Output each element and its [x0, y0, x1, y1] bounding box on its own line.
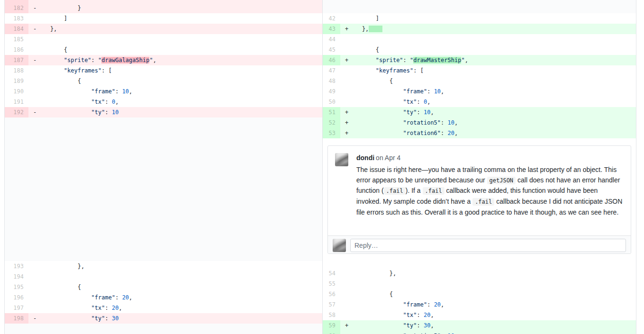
line-number[interactable]: 52 [323, 117, 340, 128]
line-number[interactable]: 197 [5, 303, 28, 313]
code-line: { [28, 45, 322, 55]
code-token: }, [348, 26, 369, 32]
diff-cell-new: 52+ "rotation5": 10, [323, 117, 636, 128]
code-token: , [465, 57, 468, 63]
line-number[interactable]: 194 [5, 271, 28, 282]
line-number[interactable]: 55 [323, 279, 340, 289]
code-line: - "ty": 10 [28, 107, 322, 117]
diff-row: 53+ "rotation6": 20, [323, 128, 636, 138]
diff-cell-old: 186 { [5, 45, 322, 55]
inline-code: .fail [384, 187, 406, 195]
code-line: + "rotation5": 10, [340, 117, 636, 128]
code-token: "sprite" [36, 57, 91, 63]
avatar[interactable] [335, 153, 348, 166]
line-number[interactable]: 44 [323, 34, 340, 45]
code-line: "keyframes": [ [340, 65, 636, 76]
diff-cell-old [5, 117, 322, 128]
diff-row: 189 { [5, 76, 322, 86]
line-number[interactable]: 191 [5, 97, 28, 107]
diff-row: 195 { [5, 282, 322, 292]
line-number[interactable]: 188 [5, 65, 28, 76]
diff-row: 185 [5, 34, 322, 45]
line-number[interactable]: 51 [323, 107, 340, 117]
code-token: : [441, 119, 447, 126]
code-line: - } [28, 3, 322, 13]
avatar[interactable] [333, 239, 346, 252]
addition-marker: + [345, 119, 348, 126]
line-number[interactable]: 182 [5, 3, 28, 13]
code-token: : [115, 294, 122, 301]
line-number[interactable]: 195 [5, 282, 28, 292]
addition-marker: + [345, 332, 348, 334]
code-line: { [340, 45, 636, 55]
addition-marker: + [345, 56, 348, 64]
diff-cell-new: 45 { [323, 45, 636, 55]
line-number[interactable]: 184 [5, 24, 28, 34]
diff-rows-old-top: -182- }183 ]184- },185186 {187- "sprite"… [5, 0, 322, 138]
code-token: 20 [424, 312, 430, 318]
line-number[interactable]: 48 [323, 76, 340, 86]
diff-row: 47 "keyframes": [ [323, 65, 636, 76]
code-line: "frame": 10, [340, 86, 636, 97]
line-number[interactable]: 53 [323, 128, 340, 138]
code-line: "frame": 20, [340, 299, 636, 310]
diff-cell-old: 194 [5, 271, 322, 282]
line-number[interactable]: 43 [323, 24, 340, 34]
code-token: 10 [122, 88, 129, 95]
line-number[interactable]: 54 [323, 268, 340, 279]
comment-author[interactable]: dondi [356, 154, 374, 162]
line-number[interactable]: 57 [323, 299, 340, 310]
line-number[interactable]: 47 [323, 65, 340, 76]
diff-row: 190 "frame": 10, [5, 86, 322, 97]
code-token: 20 [112, 305, 118, 311]
addition-marker: + [345, 108, 348, 116]
code-token: , [115, 99, 118, 105]
code-line [28, 271, 322, 282]
line-number[interactable]: 192 [5, 107, 28, 117]
line-number[interactable]: 56 [323, 289, 340, 299]
line-number[interactable]: 42 [323, 13, 340, 24]
line-number[interactable]: 187 [5, 55, 28, 65]
code-token: : [ [101, 67, 112, 74]
code-token: "rotation6" [348, 130, 441, 136]
diff-row [5, 128, 322, 138]
line-number[interactable]: 50 [323, 97, 340, 107]
code-line [28, 34, 322, 45]
code-line [28, 128, 322, 138]
line-number[interactable]: 46 [323, 55, 340, 65]
line-number[interactable]: 185 [5, 34, 28, 45]
inline-code: .fail [423, 187, 444, 195]
line-number[interactable]: 45 [323, 45, 340, 55]
line-number[interactable]: 193 [5, 261, 28, 271]
diff-cell-new: 57 "frame": 20, [323, 299, 636, 310]
diff-row: 58 "tx": 20, [323, 310, 636, 320]
diff-cell-old: 197 "tx": 20, [5, 303, 322, 313]
code-line: }, [340, 268, 636, 279]
diff-cell-new: 56 { [323, 289, 636, 299]
inline-code: getJSON [487, 177, 516, 184]
line-number[interactable]: 186 [5, 45, 28, 55]
code-line [340, 3, 636, 13]
code-line [340, 279, 636, 289]
reply-input[interactable] [350, 239, 626, 252]
diff-row: 43+ }, [323, 24, 636, 34]
diff-cell-old: 189 { [5, 76, 322, 86]
comment-spacer [5, 138, 322, 261]
line-number[interactable]: 49 [323, 86, 340, 97]
line-number[interactable]: 198 [5, 313, 28, 324]
code-line: - "ty": 30 [28, 313, 322, 324]
code-token [369, 26, 382, 32]
diff-cell-old [5, 128, 322, 138]
code-token: { [36, 284, 81, 290]
diff-row [5, 324, 322, 334]
line-number[interactable]: 60 [323, 331, 340, 334]
line-number[interactable]: 183 [5, 13, 28, 24]
line-number[interactable]: 189 [5, 76, 28, 86]
code-token: "tx" [36, 305, 105, 311]
line-number[interactable]: 59 [323, 320, 340, 331]
diff-cell-old: 187- "sprite": "drawGalagaShip", [5, 55, 322, 65]
line-number[interactable]: 196 [5, 292, 28, 303]
diff-row: 42 ] [323, 13, 636, 24]
line-number[interactable]: 190 [5, 86, 28, 97]
line-number[interactable]: 58 [323, 310, 340, 320]
